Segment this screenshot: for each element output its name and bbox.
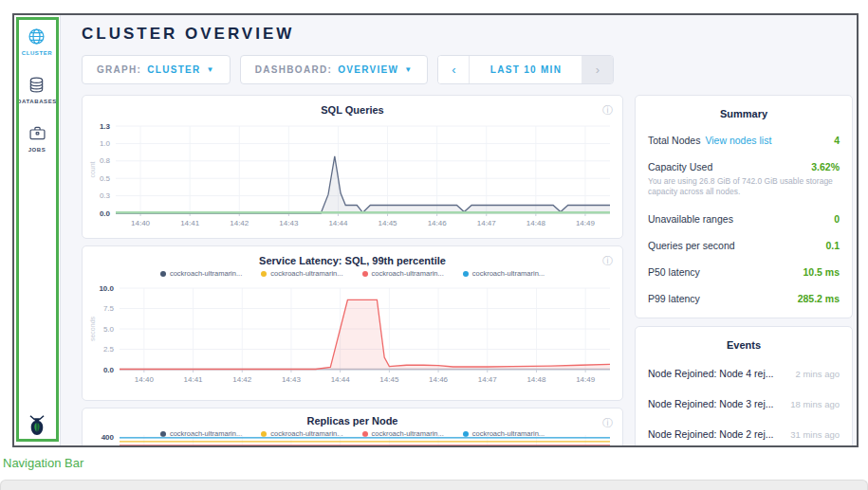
content-area: SQL Queries ⓘ 0.00.30.50.81.01.314:4014:…	[82, 95, 853, 447]
navigation-bar: CLUSTER DATABASES JOBS	[14, 15, 61, 445]
svg-text:14:49: 14:49	[576, 375, 596, 384]
legend-item[interactable]: cockroach-ultramarin...	[160, 269, 242, 278]
chevron-down-icon: ▼	[207, 65, 215, 74]
summary-title: Summary	[648, 96, 840, 127]
info-icon[interactable]: ⓘ	[602, 416, 613, 430]
svg-text:seconds: seconds	[89, 316, 96, 341]
chart-title: Replicas per Node	[307, 415, 398, 426]
annotation-label: Navigation Bar	[3, 456, 83, 470]
sidebar-item-jobs[interactable]: JOBS	[28, 123, 47, 153]
graph-dropdown-label: GRAPH:	[97, 64, 141, 75]
sidebar-item-cluster[interactable]: CLUSTER	[22, 27, 53, 56]
events-panel: Events Node Rejoined: Node 4 rej...2 min…	[635, 326, 853, 447]
summary-row-value: 10.5 ms	[803, 266, 840, 278]
svg-text:14:42: 14:42	[230, 219, 249, 227]
events-title: Events	[648, 327, 840, 358]
svg-text:14:45: 14:45	[379, 219, 398, 227]
summary-row: P50 latency10.5 ms	[648, 259, 840, 285]
legend-item[interactable]: cockroach-ultramarin...	[463, 269, 545, 278]
event-text: Node Rejoined: Node 3 rej...	[648, 398, 774, 409]
info-icon[interactable]: ⓘ	[602, 103, 613, 118]
chart-replicas-per-node: Replicas per Node ⓘ cockroach-ultramarin…	[82, 408, 623, 447]
time-range-label[interactable]: LAST 10 MIN	[470, 56, 582, 83]
summary-row-label: Unavailable ranges	[648, 213, 733, 225]
event-time: 18 mins ago	[790, 399, 840, 409]
legend-item[interactable]: cockroach-ultramarin...	[362, 269, 444, 278]
svg-text:14:45: 14:45	[379, 375, 399, 384]
svg-text:0.3: 0.3	[100, 191, 111, 200]
chart-title: SQL Queries	[321, 104, 383, 116]
dashboard-dropdown[interactable]: DASHBOARD: OVERVIEW ▼	[240, 55, 429, 84]
screenshot-frame: CLUSTER DATABASES JOBS	[12, 13, 859, 447]
summary-row: Total NodesView nodes list4	[648, 127, 840, 154]
cockroachdb-logo[interactable]	[14, 413, 60, 438]
svg-text:14:48: 14:48	[526, 219, 546, 227]
charts-column: SQL Queries ⓘ 0.00.30.50.81.01.314:4014:…	[82, 95, 623, 447]
toolbar: GRAPH: CLUSTER ▼ DASHBOARD: OVERVIEW ▼ ‹…	[82, 55, 614, 84]
chart-service-latency: Service Latency: SQL, 99th percentile ⓘ …	[82, 245, 623, 401]
svg-text:1.0: 1.0	[100, 139, 111, 148]
chevron-down-icon: ▼	[404, 65, 413, 74]
summary-row: Capacity Used3.62%You are using 26.8 GiB…	[648, 154, 840, 206]
summary-row-value: 0.1	[825, 240, 840, 251]
summary-row-subtext: You are using 26.8 GiB of 742.0 GiB usab…	[648, 176, 840, 198]
svg-text:0.0: 0.0	[100, 209, 111, 218]
dashboard-dropdown-value: OVERVIEW	[338, 64, 398, 75]
page: CLUSTER DATABASES JOBS	[0, 0, 868, 490]
svg-text:0.8: 0.8	[100, 156, 111, 165]
legend-dot-icon	[463, 271, 469, 277]
legend-dot-icon	[160, 271, 166, 277]
sidebar-item-databases[interactable]: DATABASES	[17, 75, 57, 104]
legend-item[interactable]: cockroach-ultramarin...	[261, 269, 342, 278]
svg-text:10.0: 10.0	[99, 284, 114, 293]
globe-icon	[27, 27, 46, 46]
svg-text:14:44: 14:44	[328, 219, 348, 227]
svg-text:14:40: 14:40	[135, 375, 155, 384]
view-nodes-list-link[interactable]: View nodes list	[705, 135, 771, 146]
cockroach-bug-icon	[25, 413, 49, 438]
summary-row-label: P50 latency	[648, 266, 700, 278]
summary-row-label: Queries per second	[648, 240, 735, 251]
legend-label: cockroach-ultramarin...	[170, 269, 242, 278]
svg-text:5.0: 5.0	[103, 325, 115, 334]
summary-row-value: 3.62%	[811, 161, 840, 172]
time-range-next-button[interactable]: ›	[582, 56, 613, 83]
svg-text:14:48: 14:48	[526, 375, 546, 384]
svg-text:2.5: 2.5	[103, 345, 115, 354]
svg-text:1.3: 1.3	[100, 122, 111, 131]
info-icon[interactable]: ⓘ	[602, 254, 613, 268]
database-icon	[27, 75, 46, 95]
svg-text:14:41: 14:41	[184, 375, 204, 384]
summary-row-label: P99 latency	[648, 293, 700, 304]
graph-dropdown[interactable]: GRAPH: CLUSTER ▼	[82, 55, 231, 84]
summary-row: P99 latency285.2 ms	[648, 285, 840, 312]
svg-text:14:47: 14:47	[478, 375, 498, 384]
chart-sql-queries: SQL Queries ⓘ 0.00.30.50.81.01.314:4014:…	[82, 95, 623, 239]
summary-panel: Summary Total NodesView nodes list4Capac…	[635, 95, 853, 318]
dashboard-dropdown-label: DASHBOARD:	[255, 64, 332, 75]
svg-text:14:47: 14:47	[477, 219, 497, 227]
graph-dropdown-value: CLUSTER	[147, 64, 200, 75]
summary-row-value: 0	[834, 213, 840, 225]
svg-text:14:43: 14:43	[279, 219, 299, 227]
event-row: Node Rejoined: Node 4 rej...2 mins ago	[648, 358, 840, 389]
main-content: CLUSTER OVERVIEW GRAPH: CLUSTER ▼ DASHBO…	[62, 15, 857, 445]
svg-text:400: 400	[102, 433, 115, 442]
sidebar-item-label: CLUSTER	[22, 50, 53, 56]
svg-text:14:44: 14:44	[331, 375, 351, 384]
svg-text:0.0: 0.0	[103, 366, 115, 374]
event-time: 31 mins ago	[790, 429, 840, 440]
svg-text:14:43: 14:43	[282, 375, 302, 384]
page-title: CLUSTER OVERVIEW	[82, 25, 294, 44]
summary-row-label: Total NodesView nodes list	[648, 135, 771, 146]
chart-title: Service Latency: SQL, 99th percentile	[259, 255, 446, 266]
event-time: 2 mins ago	[796, 369, 840, 379]
right-panel: Summary Total NodesView nodes list4Capac…	[635, 95, 853, 447]
event-row: Node Rejoined: Node 2 rej...31 mins ago	[648, 419, 840, 447]
svg-text:14:42: 14:42	[232, 375, 252, 384]
summary-row-value: 285.2 ms	[798, 293, 840, 304]
legend-label: cockroach-ultramarin...	[472, 269, 545, 278]
time-range-prev-button[interactable]: ‹	[438, 56, 470, 83]
legend-dot-icon	[261, 271, 267, 277]
bottom-strip	[0, 480, 868, 490]
